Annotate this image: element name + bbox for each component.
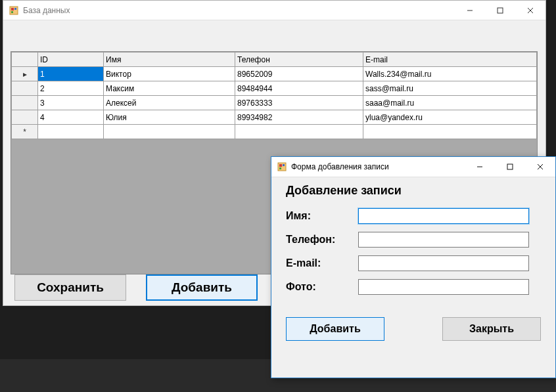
svg-rect-9 xyxy=(279,164,282,167)
label-tel: Телефон: xyxy=(286,234,358,246)
minimize-button[interactable] xyxy=(455,1,485,20)
svg-rect-2 xyxy=(14,8,16,10)
empty-cell[interactable] xyxy=(104,125,235,139)
svg-rect-10 xyxy=(283,164,285,166)
empty-cell[interactable] xyxy=(235,125,363,139)
cell-mail[interactable]: ylua@yandex.ru xyxy=(363,110,537,125)
svg-rect-11 xyxy=(279,167,281,169)
main-button-row: Сохранить Добавить xyxy=(14,274,258,301)
new-row-icon[interactable]: * xyxy=(12,125,38,139)
row-header[interactable]: ▸ xyxy=(12,67,38,81)
dialog-button-row: Добавить Закрыть xyxy=(286,317,541,341)
cell-name[interactable]: Алексей xyxy=(104,96,235,110)
cell-mail[interactable]: saaa@mail.ru xyxy=(363,96,537,110)
dialog-body: Добавление записи Имя: Телефон: E-mail: … xyxy=(271,177,555,350)
datagrid[interactable]: ID Имя Телефон E-mail ▸1Виктор89652009Wa… xyxy=(11,52,537,139)
dialog-minimize-button[interactable] xyxy=(465,157,495,177)
row-header[interactable] xyxy=(12,110,38,125)
dialog-close-button-bottom[interactable]: Закрыть xyxy=(442,317,541,341)
cell-mail[interactable]: Walls.234@mail.ru xyxy=(363,67,537,81)
input-name[interactable] xyxy=(358,208,529,224)
input-tel[interactable] xyxy=(358,232,529,248)
col-header-id[interactable]: ID xyxy=(38,53,104,67)
col-header-mail[interactable]: E-mail xyxy=(363,53,537,67)
empty-cell[interactable] xyxy=(363,125,537,139)
input-mail[interactable] xyxy=(358,255,529,271)
row-header[interactable] xyxy=(12,81,38,96)
cell-id[interactable]: 3 xyxy=(38,96,104,110)
maximize-button[interactable] xyxy=(485,1,515,20)
col-header-tel[interactable]: Телефон xyxy=(235,53,363,67)
cell-id[interactable]: 2 xyxy=(38,81,104,96)
cell-id[interactable]: 1 xyxy=(38,67,104,81)
label-mail: E-mail: xyxy=(286,257,358,269)
empty-cell[interactable] xyxy=(38,125,104,139)
datagrid-corner-cell[interactable] xyxy=(12,53,38,67)
table-row[interactable]: 4Юлия89934982ylua@yandex.ru xyxy=(12,110,537,125)
cell-name[interactable]: Максим xyxy=(104,81,235,96)
main-window-title: База данных xyxy=(23,6,455,15)
cell-tel[interactable]: 89934982 xyxy=(235,110,363,125)
close-button[interactable] xyxy=(515,1,545,20)
cell-name[interactable]: Юлия xyxy=(104,110,235,125)
svg-rect-3 xyxy=(11,11,13,13)
datagrid-header-row: ID Имя Телефон E-mail xyxy=(12,53,537,67)
row-header[interactable] xyxy=(12,96,38,110)
save-button[interactable]: Сохранить xyxy=(14,274,126,301)
add-button[interactable]: Добавить xyxy=(146,274,258,301)
cell-tel[interactable]: 89763333 xyxy=(235,96,363,110)
label-photo: Фото: xyxy=(286,281,358,293)
cell-tel[interactable]: 89652009 xyxy=(235,67,363,81)
dialog-add-button[interactable]: Добавить xyxy=(286,317,384,341)
cell-mail[interactable]: sass@mail.ru xyxy=(363,81,537,96)
svg-rect-5 xyxy=(498,8,503,13)
winforms-app-icon xyxy=(277,162,287,172)
new-row[interactable]: * xyxy=(12,125,537,139)
table-row[interactable]: 2Максим89484944sass@mail.ru xyxy=(12,81,537,96)
cell-tel[interactable]: 89484944 xyxy=(235,81,363,96)
table-row[interactable]: ▸1Виктор89652009Walls.234@mail.ru xyxy=(12,67,537,81)
cell-name[interactable]: Виктор xyxy=(104,67,235,81)
dialog-maximize-button[interactable] xyxy=(495,157,525,177)
dialog-window-title: Форма добавления записи xyxy=(291,162,465,171)
label-name: Имя: xyxy=(286,210,358,222)
form-row-name: Имя: xyxy=(286,208,541,224)
dialog-titlebar: Форма добавления записи xyxy=(271,157,555,177)
form-row-tel: Телефон: xyxy=(286,232,541,248)
dialog-heading: Добавление записи xyxy=(286,184,541,198)
svg-rect-13 xyxy=(507,164,513,169)
form-row-photo: Фото: xyxy=(286,279,541,295)
form-row-mail: E-mail: xyxy=(286,255,541,271)
dialog-close-button[interactable] xyxy=(525,157,555,177)
input-photo[interactable] xyxy=(358,279,529,295)
col-header-name[interactable]: Имя xyxy=(104,53,235,67)
main-titlebar: База данных xyxy=(3,1,545,20)
table-row[interactable]: 3Алексей89763333saaa@mail.ru xyxy=(12,96,537,110)
svg-rect-1 xyxy=(11,8,14,11)
winforms-app-icon xyxy=(9,5,19,16)
add-record-dialog: Форма добавления записи Добавление запис… xyxy=(271,156,556,378)
cell-id[interactable]: 4 xyxy=(38,110,104,125)
